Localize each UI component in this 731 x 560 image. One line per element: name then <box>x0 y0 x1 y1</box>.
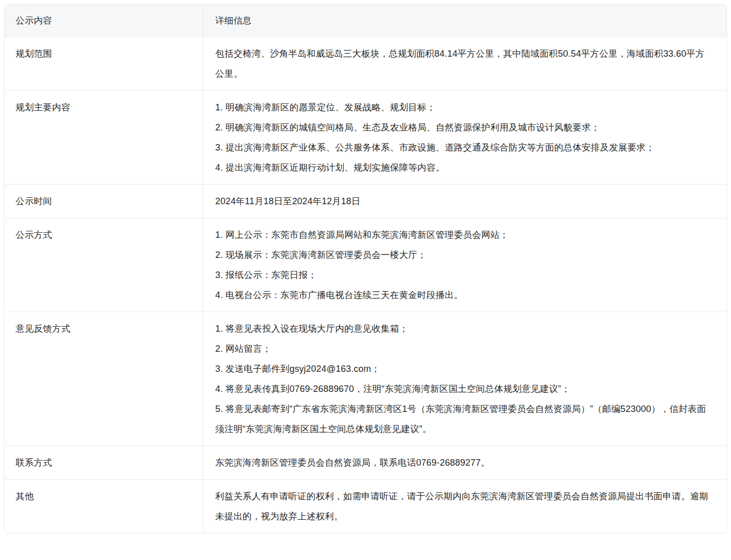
row-detail: 包括交椅湾、沙角半岛和威远岛三大板块，总规划面积84.14平方公里，其中陆域面积… <box>203 37 726 90</box>
detail-line: 2. 明确滨海湾新区的城镇空间格局、生态及农业格局、自然资源保护利用及城市设计风… <box>215 117 712 137</box>
row-label: 规划范围 <box>5 37 203 90</box>
table-body: 规划范围包括交椅湾、沙角半岛和威远岛三大板块，总规划面积84.14平方公里，其中… <box>5 37 726 533</box>
row-detail: 利益关系人有申请听证的权利，如需申请听证，请于公示期内向东莞滨海湾新区管理委员会… <box>203 480 726 533</box>
table-row: 意见反馈方式1. 将意见表投入设在现场大厅内的意见收集箱；2. 网站留言；3. … <box>5 312 726 446</box>
row-label: 规划主要内容 <box>5 91 203 184</box>
detail-line: 1. 网上公示：东莞市自然资源局网站和东莞滨海湾新区管理委员会网站； <box>215 225 712 245</box>
row-label: 公示时间 <box>5 185 203 218</box>
notice-page: 公示内容 详细信息 规划范围包括交椅湾、沙角半岛和威远岛三大板块，总规划面积84… <box>0 0 731 560</box>
row-detail: 1. 网上公示：东莞市自然资源局网站和东莞滨海湾新区管理委员会网站；2. 现场展… <box>203 218 726 312</box>
detail-line: 东莞滨海湾新区管理委员会自然资源局，联系电话0769-26889277。 <box>215 453 712 473</box>
row-label: 其他 <box>5 480 203 533</box>
row-label: 公示方式 <box>5 218 203 312</box>
detail-line: 4. 提出滨海湾新区近期行动计划、规划实施保障等内容。 <box>215 158 712 178</box>
row-detail: 2024年11月18日至2024年12月18日 <box>203 185 726 218</box>
table-row: 公示方式1. 网上公示：东莞市自然资源局网站和东莞滨海湾新区管理委员会网站；2.… <box>5 218 726 312</box>
row-detail: 1. 将意见表投入设在现场大厅内的意见收集箱；2. 网站留言；3. 发送电子邮件… <box>203 312 726 446</box>
detail-line: 利益关系人有申请听证的权利，如需申请听证，请于公示期内向东莞滨海湾新区管理委员会… <box>215 486 712 526</box>
detail-line: 1. 将意见表投入设在现场大厅内的意见收集箱； <box>215 319 712 339</box>
row-label: 意见反馈方式 <box>5 312 203 446</box>
table-row: 联系方式东莞滨海湾新区管理委员会自然资源局，联系电话0769-26889277。 <box>5 446 726 479</box>
notice-table: 公示内容 详细信息 规划范围包括交椅湾、沙角半岛和威远岛三大板块，总规划面积84… <box>4 4 727 533</box>
detail-line: 1. 明确滨海湾新区的愿景定位、发展战略、规划目标； <box>215 97 712 117</box>
detail-line: 4. 将意见表传真到0769-26889670，注明“东莞滨海湾新区国土空间总体… <box>215 379 712 399</box>
detail-line: 2. 现场展示：东莞滨海湾新区管理委员会一楼大厅； <box>215 245 712 265</box>
table-row: 规划范围包括交椅湾、沙角半岛和威远岛三大板块，总规划面积84.14平方公里，其中… <box>5 37 726 90</box>
detail-line: 包括交椅湾、沙角半岛和威远岛三大板块，总规划面积84.14平方公里，其中陆域面积… <box>215 44 712 84</box>
table-row: 规划主要内容1. 明确滨海湾新区的愿景定位、发展战略、规划目标；2. 明确滨海湾… <box>5 90 726 184</box>
table-header-row: 公示内容 详细信息 <box>5 5 726 37</box>
detail-line: 2. 网站留言； <box>215 339 712 359</box>
detail-line: 3. 提出滨海湾新区产业体系、公共服务体系、市政设施、道路交通及综合防灾等方面的… <box>215 137 712 158</box>
detail-line: 2024年11月18日至2024年12月18日 <box>215 191 712 211</box>
header-cell-content: 公示内容 <box>5 5 203 37</box>
header-cell-detail: 详细信息 <box>203 5 726 37</box>
row-detail: 1. 明确滨海湾新区的愿景定位、发展战略、规划目标；2. 明确滨海湾新区的城镇空… <box>203 91 726 184</box>
table-row: 公示时间2024年11月18日至2024年12月18日 <box>5 184 726 218</box>
detail-line: 3. 发送电子邮件到gsyj2024@163.com； <box>215 359 712 379</box>
row-detail: 东莞滨海湾新区管理委员会自然资源局，联系电话0769-26889277。 <box>203 446 726 479</box>
detail-line: 4. 电视台公示：东莞市广播电视台连续三天在黄金时段播出。 <box>215 285 712 305</box>
detail-line: 3. 报纸公示：东莞日报； <box>215 265 712 285</box>
table-row: 其他利益关系人有申请听证的权利，如需申请听证，请于公示期内向东莞滨海湾新区管理委… <box>5 479 726 533</box>
row-label: 联系方式 <box>5 446 203 479</box>
detail-line: 5. 将意见表邮寄到“广东省东莞滨海湾新区湾区1号（东莞滨海湾新区管理委员会自然… <box>215 399 712 439</box>
